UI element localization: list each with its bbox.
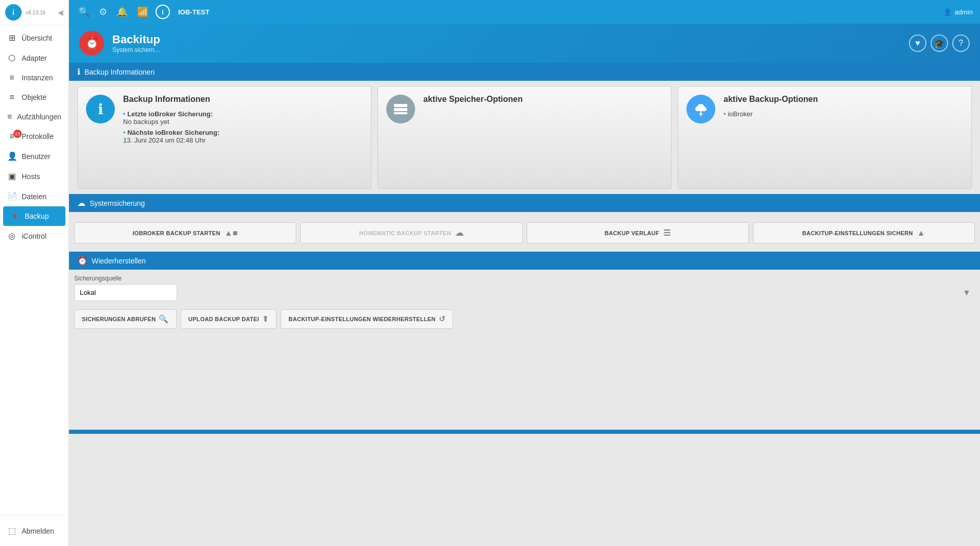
info-section-icon: ℹ [77,67,80,77]
icontrol-icon: ◎ [7,231,16,241]
user-icon: 👤 [943,8,952,16]
main-area: 🔍 ⚙ 🔔 📶 i IOB-TEST 👤 admin ⏰ Backitup Sy… [69,0,980,546]
action-buttons-row: IOBROKER BACKUP STARTEN ▲■ HOMEMATIC BAC… [74,217,975,246]
upload-icon: ⬆ [262,314,269,324]
sidebar-item-label: iControl [22,232,46,240]
sidebar-item-icontrol[interactable]: ◎ iControl [0,226,68,246]
nav-items: ⊞ Übersicht ⬡ Adapter ≡ Instanzen ≡ Obje… [0,25,68,515]
card-storage-icon [386,95,415,124]
sidebar-item-label: Instanzen [22,74,53,82]
plugin-header-actions: ♥ 🎓 ? [909,34,970,52]
card-backup-optionen: aktive Backup-Optionen ioBroker [678,86,972,189]
sidebar-item-label: Benutzer [22,152,50,161]
instance-title: IOB-TEST [178,8,210,16]
backup-verlauf-button[interactable]: BACKUP VERLAUF ☰ [527,222,749,243]
gear-icon[interactable]: ⚙ [97,4,109,20]
einstellungen-wiederherstellen-button[interactable]: BACKITUP-EINSTELLUNGEN WIEDERHERSTELLEN … [281,309,453,329]
wiederherstellen-label: Wiederherstellen [92,257,146,265]
favorite-button[interactable]: ♥ [909,34,926,52]
sidebar-item-aufzaehlungen[interactable]: ≡ Aufzählungen [0,107,68,127]
backup-start-label: IOBROKER BACKUP STARTEN [132,230,220,236]
hosts-icon: ▣ [7,171,16,181]
svg-rect-1 [394,108,407,111]
sidebar-item-label: Protokolle [22,132,54,140]
benutzer-icon: 👤 [7,151,16,161]
systemsicherung-section-header: ☁ Systemsicherung [69,194,980,212]
alarm-icon: ⏰ [85,37,99,50]
sidebar-item-backup[interactable]: ● Backup [3,206,65,226]
card-title: Backup Informationen [123,95,219,104]
systemsicherung-section: IOBROKER BACKUP STARTEN ▲■ HOMEMATIC BAC… [69,212,980,252]
sidebar-item-label: Backup [25,212,49,220]
plugin-title-block: Backitup System sichern... [112,33,160,54]
aufzaehlungen-icon: ≡ [7,112,12,121]
sicherungen-abrufen-button[interactable]: SICHERUNGEN ABRUFEN 🔍 [74,309,177,329]
source-select-block: Sicherungsquelle Lokal FTP Google Drive … [74,275,975,301]
source-select-wrap: Lokal FTP Google Drive Dropbox ▼ [74,284,975,301]
network-icon[interactable]: 📶 [135,4,150,20]
version-text: v6.13.16 [26,10,45,15]
upload-backup-button[interactable]: UPLOAD BACKUP DATEI ⬆ [181,309,277,329]
wiederherstellen-section-header: ⏰ Wiederherstellen [69,252,980,270]
restore-buttons-row: SICHERUNGEN ABRUFEN 🔍 UPLOAD BACKUP DATE… [74,306,975,332]
search-btn-icon: 🔍 [159,314,168,324]
source-label: Sicherungsquelle [74,275,975,282]
save-cloud-icon: ▲ [917,228,925,238]
protokolle-badge: 15 [13,130,22,138]
bottom-bar [69,430,980,434]
card-speicher-body: aktive Speicher-Optionen [423,95,523,110]
sidebar-item-uebersicht[interactable]: ⊞ Übersicht [0,28,68,48]
source-select[interactable]: Lokal FTP Google Drive Dropbox [74,284,177,301]
sidebar-header: i v6.13.16 ◀ [0,0,68,25]
backitup-einstellungen-button[interactable]: BACKITUP-EINSTELLUNGEN SICHERN ▲ [753,222,975,243]
username: admin [955,8,973,16]
search-icon[interactable]: 🔍 [76,4,92,20]
spacer-area [69,337,980,430]
verlauf-label: BACKUP VERLAUF [605,230,659,236]
homematic-label: HOMEMATIC BACKUP STARTEN [359,230,451,236]
systemsicherung-label: Systemsicherung [90,199,145,207]
sidebar-bottom: ⬚ Abmelden [0,515,68,546]
cloud-icon: ☁ [455,228,463,238]
sidebar-item-adapter[interactable]: ⬡ Adapter [0,48,68,68]
wiederh-label: BACKITUP-EINSTELLUNGEN WIEDERHERSTELLEN [288,316,435,322]
sidebar-item-instanzen[interactable]: ≡ Instanzen [0,68,68,87]
sidebar-item-benutzer[interactable]: 👤 Benutzer [0,146,68,166]
card-backup-info-body: Backup Informationen Letzte ioBroker Sic… [123,95,219,147]
topbar: 🔍 ⚙ 🔔 📶 i IOB-TEST 👤 admin [69,0,980,24]
iobroker-backup-button[interactable]: IOBROKER BACKUP STARTEN ▲■ [74,222,296,243]
instanzen-icon: ≡ [7,73,16,82]
sidebar-item-hosts[interactable]: ▣ Hosts [0,166,68,186]
homematic-backup-button[interactable]: HOMEMATIC BACKUP STARTEN ☁ [300,222,522,243]
backup-icon: ● [10,212,20,221]
learn-button[interactable]: 🎓 [931,34,948,52]
card-speicher-optionen: aktive Speicher-Optionen [377,86,672,189]
wiederherstellen-section: Sicherungsquelle Lokal FTP Google Drive … [69,270,980,337]
card-title: aktive Backup-Optionen [724,95,818,104]
restore-section-icon: ⏰ [77,256,88,266]
sidebar-item-label: Objekte [22,93,46,101]
iobroker-icon[interactable]: i [156,5,170,19]
user-info: 👤 admin [943,8,973,16]
upload-cloud-icon: ▲■ [225,228,238,238]
sidebar-item-label: Adapter [22,54,47,62]
sidebar-item-label: Hosts [22,172,40,181]
chevron-down-icon: ▼ [962,288,971,297]
svg-rect-0 [394,104,407,107]
bell-icon[interactable]: 🔔 [114,4,130,20]
sidebar-item-protokolle[interactable]: ≡ 15 Protokolle [0,127,68,146]
abmelden-icon: ⬚ [7,526,16,536]
sidebar-item-objekte[interactable]: ≡ Objekte [0,87,68,107]
sidebar-collapse-button[interactable]: ◀ [58,8,63,16]
backup-option-iobroker: ioBroker [724,110,818,118]
sidebar-item-dateien[interactable]: 📄 Dateien [0,186,68,206]
upload-label: UPLOAD BACKUP DATEI [188,316,259,322]
card-backup-informationen: ℹ Backup Informationen Letzte ioBroker S… [77,86,371,189]
help-button[interactable]: ? [952,34,970,52]
sidebar-item-label: Dateien [22,192,46,201]
restore-icon: ↺ [439,314,445,324]
plugin-icon: ⏰ [79,31,104,56]
sidebar-item-abmelden[interactable]: ⬚ Abmelden [0,521,68,541]
dateien-icon: 📄 [7,191,16,201]
einstellungen-label: BACKITUP-EINSTELLUNGEN SICHERN [802,230,913,236]
